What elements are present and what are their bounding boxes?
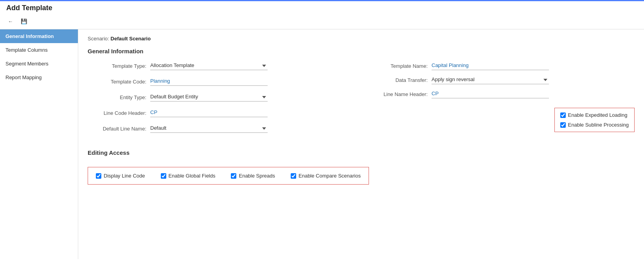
template-code-control	[150, 77, 268, 86]
enable-expedited-loading-checkbox[interactable]	[560, 112, 566, 118]
scenario-value: Default Scenario	[111, 36, 151, 42]
right-form-column: Template Name: Data Transfer: Apply sign…	[369, 62, 635, 138]
template-type-select[interactable]: Allocation TemplateDistribution Template…	[150, 62, 268, 70]
template-type-label: Template Type:	[88, 63, 150, 69]
left-form-column: Template Type: Allocation TemplateDistri…	[88, 62, 353, 138]
sidebar-item-template-columns[interactable]: Template Columns	[0, 43, 78, 57]
enable-compare-scenarios-label: Enable Compare Scenarios	[299, 173, 361, 179]
default-line-name-row: Default Line Name: DefaultCustom	[88, 124, 353, 133]
editing-checkbox-row-enable-compare-scenarios: Enable Compare Scenarios	[291, 173, 361, 179]
editing-access-checkboxes: Display Line CodeEnable Global FieldsEna…	[88, 167, 369, 185]
entity-type-row: Entity Type: Default Budget EntityCustom…	[88, 93, 353, 102]
line-code-header-label: Line Code Header:	[88, 110, 150, 116]
data-transfer-label: Data Transfer:	[369, 77, 432, 83]
line-code-header-input[interactable]	[150, 109, 268, 117]
scenario-label: Scenario:	[88, 36, 109, 42]
editing-checkbox-row-enable-global-fields: Enable Global Fields	[161, 173, 216, 179]
default-line-name-select[interactable]: DefaultCustom	[150, 124, 268, 133]
line-name-header-row: Line Name Header:	[369, 90, 635, 98]
template-name-label: Template Name:	[369, 63, 432, 69]
template-code-label: Template Code:	[88, 79, 150, 85]
checkbox-row-enable-expedited-loading: Enable Expedited Loading	[560, 112, 629, 118]
scenario-bar: Scenario: Default Scenario	[88, 36, 635, 42]
checkbox-row-enable-subline-processing: Enable Subline Processing	[560, 122, 629, 128]
enable-subline-processing-label: Enable Subline Processing	[568, 122, 629, 128]
default-line-name-control: DefaultCustom	[150, 124, 268, 133]
right-checkboxes-group: Enable Expedited LoadingEnable Subline P…	[554, 108, 635, 132]
general-information-title: General Information	[88, 48, 635, 54]
template-code-row: Template Code:	[88, 77, 353, 86]
line-name-header-label: Line Name Header:	[369, 91, 432, 97]
template-code-input[interactable]	[150, 77, 268, 86]
editing-checkbox-row-display-line-code: Display Line Code	[96, 173, 145, 179]
line-name-header-input[interactable]	[432, 90, 549, 98]
line-code-header-control	[150, 109, 268, 117]
editing-checkbox-row-enable-spreads: Enable Spreads	[231, 173, 275, 179]
data-transfer-control: Apply sign reversalNo sign reversal	[432, 76, 549, 84]
enable-expedited-loading-label: Enable Expedited Loading	[568, 112, 628, 118]
sidebar-item-report-mapping[interactable]: Report Mapping	[0, 71, 78, 84]
editing-access-section: Editing Access Display Line CodeEnable G…	[88, 149, 635, 185]
content-area: Scenario: Default Scenario General Infor…	[78, 29, 644, 259]
enable-compare-scenarios-checkbox[interactable]	[291, 173, 296, 179]
enable-spreads-label: Enable Spreads	[239, 173, 275, 179]
save-button[interactable]: 💾	[19, 18, 29, 25]
data-transfer-select[interactable]: Apply sign reversalNo sign reversal	[432, 76, 549, 84]
page-title: Add Template	[6, 4, 638, 12]
template-type-row: Template Type: Allocation TemplateDistri…	[88, 62, 353, 70]
display-line-code-checkbox[interactable]	[96, 173, 101, 179]
entity-type-label: Entity Type:	[88, 94, 150, 100]
enable-spreads-checkbox[interactable]	[231, 173, 236, 179]
template-type-control: Allocation TemplateDistribution Template…	[150, 62, 268, 70]
entity-type-control: Default Budget EntityCustom Entity	[150, 93, 268, 102]
template-name-row: Template Name:	[369, 62, 635, 70]
line-code-header-row: Line Code Header:	[88, 109, 353, 117]
sidebar-item-general-information[interactable]: General Information	[0, 29, 78, 43]
entity-type-select[interactable]: Default Budget EntityCustom Entity	[150, 93, 268, 102]
enable-subline-processing-checkbox[interactable]	[560, 122, 566, 128]
back-button[interactable]: ←	[6, 18, 14, 25]
display-line-code-label: Display Line Code	[104, 173, 145, 179]
right-form-rows: Template Name: Data Transfer: Apply sign…	[369, 62, 635, 104]
enable-global-fields-checkbox[interactable]	[161, 173, 166, 179]
data-transfer-row: Data Transfer: Apply sign reversalNo sig…	[369, 76, 635, 84]
sidebar: General InformationTemplate ColumnsSegme…	[0, 29, 78, 259]
form-grid: Template Type: Allocation TemplateDistri…	[88, 62, 635, 138]
enable-global-fields-label: Enable Global Fields	[169, 173, 216, 179]
editing-access-title: Editing Access	[88, 149, 635, 156]
default-line-name-label: Default Line Name:	[88, 126, 150, 132]
template-name-input[interactable]	[432, 62, 549, 70]
toolbar: ← 💾	[6, 15, 638, 27]
line-name-header-control	[432, 90, 549, 98]
template-name-control	[432, 62, 549, 70]
sidebar-item-segment-members[interactable]: Segment Members	[0, 57, 78, 71]
